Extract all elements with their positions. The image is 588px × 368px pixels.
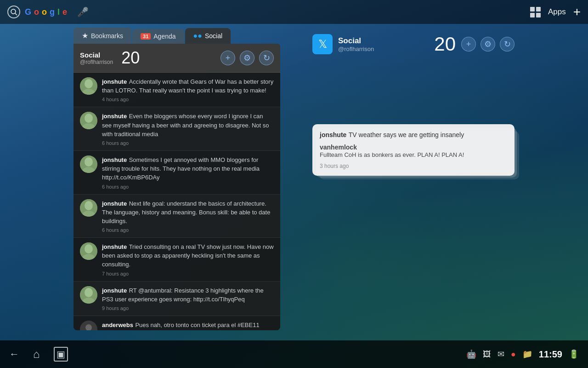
avatar <box>80 321 97 330</box>
topbar: Google 🎤 Apps + <box>0 0 588 24</box>
bottom-right: 🤖 🖼 ✉ ● 📁 11:59 🔋 <box>466 349 579 360</box>
svg-point-15 <box>85 244 93 253</box>
search-icon[interactable] <box>7 6 20 18</box>
tweet-author: jonshute <box>102 78 127 85</box>
twitter-icon: 𝕏 <box>312 34 333 54</box>
tweet-item[interactable]: jonshute RT @antumbral: Resistance 3 hig… <box>74 282 280 316</box>
tweet-author: jonshute <box>102 156 127 163</box>
tweet-content: anderwebs Pues nah, otro tonto con ticke… <box>102 321 274 330</box>
twitter-handle: @roflharrison <box>338 46 424 52</box>
tweet-content: jonshute RT @antumbral: Resistance 3 hig… <box>102 286 274 311</box>
add-button[interactable]: + <box>220 51 235 65</box>
card-text-1: TV weather says we are getting insanely <box>349 131 464 138</box>
svg-point-0 <box>11 9 16 14</box>
tweet-list: jonshute Accidentally wrote that Gears o… <box>74 73 280 330</box>
tweet-time: 6 hours ago <box>102 140 274 146</box>
folder-icon: 📁 <box>522 349 532 359</box>
clock: 11:59 <box>539 349 562 360</box>
gmail-icon: ✉ <box>498 349 504 359</box>
tweet-author: jonshute <box>102 113 127 120</box>
android-icon: 🤖 <box>466 349 476 359</box>
stacked-cards: jonshute TV weather says we are getting … <box>312 124 514 176</box>
star-icon: ★ <box>82 31 88 40</box>
twitter-actions: + ⚙ ↻ <box>461 37 514 52</box>
tweet-item[interactable]: jonshute Accidentally wrote that Gears o… <box>74 73 280 107</box>
svg-point-9 <box>85 157 93 167</box>
tweet-time: 7 hours ago <box>102 271 274 276</box>
settings-button[interactable]: ⚙ <box>240 51 254 65</box>
card-author-2: vanhemlock <box>320 144 507 151</box>
topbar-right: Apps + <box>530 5 581 19</box>
card-main[interactable]: jonshute TV weather says we are getting … <box>312 124 514 176</box>
bottom-nav: ← ⌂ ▣ <box>9 347 68 362</box>
svg-point-6 <box>85 114 93 123</box>
avatar <box>80 155 97 173</box>
widget-title: Social <box>80 51 113 59</box>
bottombar: ← ⌂ ▣ 🤖 🖼 ✉ ● 📁 11:59 🔋 <box>0 340 588 368</box>
svg-point-18 <box>85 288 93 297</box>
tweet-content: jonshute Accidentally wrote that Gears o… <box>102 77 274 102</box>
social-icon: ●● <box>193 32 202 40</box>
google-logo: Google <box>25 7 67 17</box>
avatar <box>80 112 97 129</box>
twitter-info: Social @roflharrison <box>338 36 424 52</box>
add-widget-button[interactable]: + <box>573 5 581 19</box>
tweet-item[interactable]: jonshute Next life goal: understand the … <box>74 195 280 238</box>
tweet-author: anderwebs <box>102 322 133 328</box>
tweet-text: Accidentally wrote that Gears of War has… <box>102 78 273 94</box>
tweet-content: jonshute Even the bloggers whose every w… <box>102 112 274 146</box>
tweet-item[interactable]: jonshute Sometimes I get annoyed with MM… <box>74 151 280 195</box>
social-widget: Social @roflharrison 20 + ⚙ ↻ jonshute A… <box>74 44 280 330</box>
tweet-text: Pues nah, otro tonto con ticket para el … <box>135 322 259 328</box>
twitter-header: 𝕏 Social @roflharrison 20 + ⚙ ↻ <box>312 29 514 60</box>
home-button[interactable]: ⌂ <box>33 348 40 361</box>
back-button[interactable]: ← <box>9 348 19 360</box>
twitter-refresh-button[interactable]: ↻ <box>500 37 514 52</box>
agenda-badge: 31 <box>141 33 151 40</box>
twitter-add-button[interactable]: + <box>461 37 476 52</box>
twitter-title: Social <box>338 36 424 46</box>
tweet-text: Tried consulting on a real TV show just … <box>102 243 274 268</box>
twitter-count: 20 <box>434 33 456 55</box>
tweet-time: 6 hours ago <box>102 227 274 233</box>
card-time: 3 hours ago <box>320 163 507 169</box>
microphone-icon[interactable]: 🎤 <box>77 6 89 17</box>
refresh-button[interactable]: ↻ <box>259 51 274 65</box>
card-text-2: Fullteam CoH is as bonkers as ever. PLAN… <box>320 151 507 159</box>
alert-icon: ● <box>511 350 516 359</box>
tweet-item[interactable]: jonshute Tried consulting on a real TV s… <box>74 238 280 282</box>
svg-point-3 <box>85 79 93 88</box>
recents-button[interactable]: ▣ <box>54 347 68 362</box>
tab-agenda[interactable]: 31 Agenda <box>132 29 184 44</box>
tweet-content: jonshute Next life goal: understand the … <box>102 199 274 233</box>
tweet-content: jonshute Sometimes I get annoyed with MM… <box>102 155 274 190</box>
tab-social-label: Social <box>205 32 222 40</box>
battery-icon: 🔋 <box>569 349 579 359</box>
apps-label[interactable]: Apps <box>548 7 566 17</box>
svg-line-1 <box>15 13 17 15</box>
tab-bar: ★ Bookmarks 31 Agenda ●● Social <box>74 28 280 44</box>
avatar <box>80 242 97 260</box>
widget-count: 20 <box>121 48 140 68</box>
tweet-item[interactable]: anderwebs Pues nah, otro tonto con ticke… <box>74 316 280 330</box>
tab-bookmarks[interactable]: ★ Bookmarks <box>74 28 131 44</box>
tweet-item[interactable]: jonshute Even the bloggers whose every w… <box>74 107 280 151</box>
avatar <box>80 77 97 95</box>
tweet-content: jonshute Tried consulting on a real TV s… <box>102 242 274 276</box>
svg-point-12 <box>85 201 93 210</box>
widget-subtitle: @roflharrison <box>80 59 113 65</box>
apps-grid-icon <box>530 7 541 17</box>
tweet-text: Next life goal: understand the basics of… <box>102 200 270 224</box>
topbar-left: Google 🎤 <box>7 6 89 18</box>
avatar <box>80 199 97 217</box>
avatar <box>80 286 97 304</box>
right-widget: 𝕏 Social @roflharrison 20 + ⚙ ↻ ...accid… <box>312 29 514 176</box>
twitter-settings-button[interactable]: ⚙ <box>481 37 495 52</box>
tweet-time: 9 hours ago <box>102 305 274 311</box>
left-panel: ★ Bookmarks 31 Agenda ●● Social Social @… <box>74 28 280 330</box>
widget-actions: + ⚙ ↻ <box>220 51 274 65</box>
photo-icon: 🖼 <box>483 350 491 359</box>
tab-social[interactable]: ●● Social <box>185 28 231 44</box>
widget-title-group: Social @roflharrison 20 <box>80 48 140 68</box>
tab-agenda-label: Agenda <box>153 33 175 40</box>
